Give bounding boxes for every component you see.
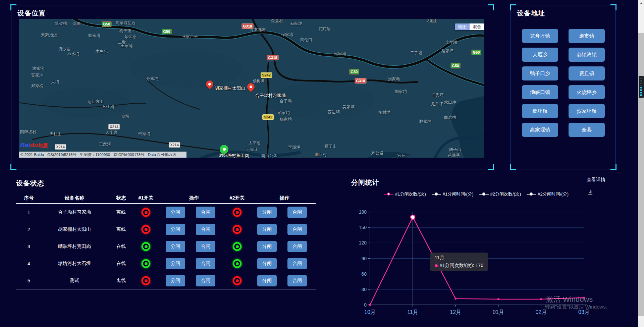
indicator-dot [145,262,148,265]
table-column-header: 操作 [280,195,289,201]
switch2-open-button[interactable]: 分闸 [257,275,277,286]
map-type-map-button[interactable]: 地图 [455,23,470,30]
map-place-label: 林家塆 [419,119,431,124]
row-status: 离线 [116,226,126,232]
switch2-open-button[interactable]: 分闸 [257,241,277,252]
legend-item[interactable]: #2分闸时间/(分) [527,191,569,197]
switch1-open-button[interactable]: 分闸 [166,275,185,286]
map-place-label: 湖口村 [315,152,327,158]
legend-marker [384,193,393,196]
map-place-label: 莲子山 [325,144,337,149]
map-place-label: 商伦口 [300,37,312,43]
address-button-grid: 龙舟坪镇磨市镇大堰乡都镇湾镇鸭子口乡资丘镇渔峡口镇火烧坪乡榔坪镇贺家坪镇高家堰镇… [522,29,605,137]
indicator-dot [145,245,148,248]
address-button[interactable]: 都镇湾镇 [569,48,605,62]
road-badge-g50: G50 [350,69,359,74]
legend-item[interactable]: #2分闸次数/(次) [479,191,521,197]
scrollbar-thumb[interactable] [638,33,644,316]
address-button[interactable]: 全县 [569,123,605,137]
row-status: 在线 [116,261,126,267]
map-place-label: 合子坳 [280,98,292,104]
switch2-indicator-green [233,259,242,268]
map-place-label: 彭家塆 [278,110,290,116]
baidu-logo-map-word: 地图 [39,143,49,148]
map-marker-label: 合子坳村习家坳 [255,93,286,99]
corner-decor [610,4,616,10]
row-status: 离线 [116,278,126,284]
svg-text:30: 30 [361,287,367,292]
row-device-name: 测试 [70,278,79,284]
indicator-dot [236,228,239,231]
switch1-close-button[interactable]: 合闸 [196,275,215,286]
switch2-close-button[interactable]: 合闸 [287,258,307,269]
switch1-close-button[interactable]: 合闸 [196,241,215,252]
switch2-close-button[interactable]: 合闸 [287,207,307,218]
road-badge-g318: G318 [355,78,367,84]
table-column-header: #1开关 [138,195,153,201]
address-button[interactable]: 高家堰镇 [522,123,558,137]
map-place-label: 吴家塆 [342,104,355,110]
table-row: 4塘坊河村大石坝在线分闸合闸分闸合闸 [16,255,316,272]
map-place-label: 何家湾 [334,51,346,57]
switch1-close-button[interactable]: 合闸 [196,224,215,235]
legend-circle [530,193,533,196]
indicator-dot [145,211,148,214]
legend-marker [527,193,536,196]
map-place-label: 张家台子 [182,34,198,40]
switch2-close-button[interactable]: 合闸 [287,224,307,235]
view-details-link[interactable]: 查看详情 [587,177,605,183]
address-button[interactable]: 龙舟坪镇 [522,29,558,43]
map-place-label: 白氏坪 [432,92,444,98]
address-button[interactable]: 大堰乡 [522,48,558,62]
map-place-label: 渡家沟 [32,66,44,71]
switch1-open-button[interactable]: 分闸 [166,241,185,252]
switch1-close-button[interactable]: 合闸 [196,207,215,218]
legend-item[interactable]: #1分闸时间/(分) [432,191,474,197]
switch2-open-button[interactable]: 分闸 [257,258,277,269]
address-button[interactable]: 鸭子口乡 [522,66,558,80]
switch1-open-button[interactable]: 分闸 [166,224,185,235]
map-place-label: 杨家塆 [280,117,292,122]
address-button[interactable]: 磨市镇 [569,29,605,43]
baidu-map[interactable]: 笔架槽洞坪天鹅抱蛋胡家湾高家堰互通梅子溪紫金寨二墩张家台子金益村石板坡青龙嘴村保… [19,19,484,158]
table-column-header: 状态 [116,195,126,201]
switch2-close-button[interactable]: 合闸 [287,241,307,252]
switch2-indicator-red [233,276,242,285]
address-button[interactable]: 资丘镇 [569,66,605,80]
svg-text:12月: 12月 [450,309,461,315]
download-icon[interactable] [587,189,593,197]
road-badge-x214: X214 [108,124,120,129]
map-place-label: 下渔口 [245,147,257,153]
switch2-open-button[interactable]: 分闸 [257,224,277,235]
map-place-label: 沁水塆 [67,51,79,57]
switch2-open-button[interactable]: 分闸 [257,207,277,218]
legend-item[interactable]: #1分闸次数/(次) [384,191,426,197]
map-place-label: 西边塆 [328,109,340,115]
address-button[interactable]: 榔坪镇 [522,104,558,118]
row-device-name: 合子坳村习家坳 [58,209,91,215]
switch1-open-button[interactable]: 分闸 [166,207,185,218]
device-status-section: 设备状态 序号设备名称状态#1开关操作#2开关操作1合子坳村习家坳离线分闸合闸分… [16,179,318,320]
map-place-label: 阴阳坡村 [20,129,36,135]
map-place-label: 紫金寨 [124,34,137,40]
switch1-close-button[interactable]: 合闸 [196,258,215,269]
map-place-label: 洞坪 [72,21,80,27]
switch1-open-button[interactable]: 分闸 [166,258,185,269]
address-button[interactable]: 渔峡口镇 [522,85,558,99]
switch1-indicator-red [142,225,151,234]
switch2-close-button[interactable]: 合闸 [287,275,307,286]
map-place-label: 刘家塆 [395,89,407,95]
row-status: 在线 [116,243,126,250]
page-scrollbar[interactable]: ▲ [638,0,644,327]
map-place-label: 锦家塆 [138,131,150,137]
legend-label: #2分闸次数/(次) [490,191,521,197]
address-button[interactable]: 贺家坪镇 [569,104,605,118]
address-button[interactable]: 火烧坪乡 [569,85,605,99]
road-badge-g50: G50 [451,63,461,68]
road-badge-s242: S242 [261,72,272,78]
svg-text:11月: 11月 [407,309,418,315]
switch2-indicator-red [233,225,242,234]
scrollbar-up-arrow[interactable]: ▲ [638,0,644,6]
map-type-mixed-button[interactable]: 混合 [470,23,484,30]
map-marker-label: 晒鼓坪村荒田岗 [219,153,249,158]
